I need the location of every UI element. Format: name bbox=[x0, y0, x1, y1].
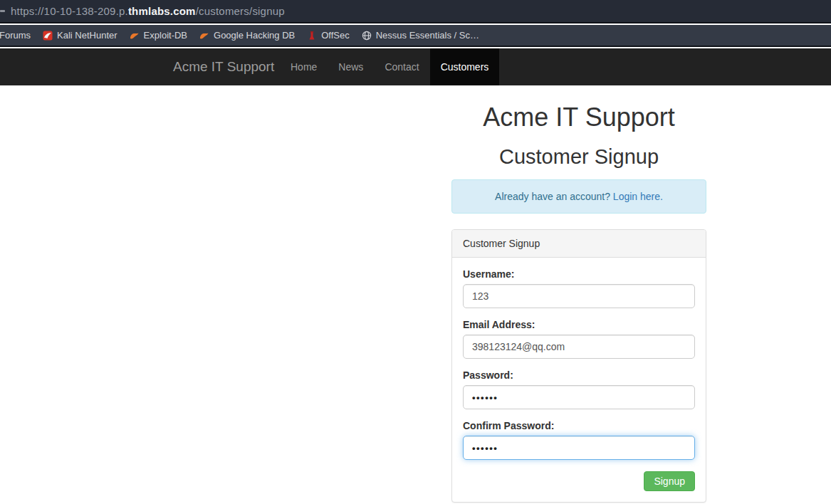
password-input[interactable] bbox=[463, 385, 695, 409]
nav-link-home[interactable]: Home bbox=[280, 48, 328, 85]
username-input[interactable] bbox=[463, 284, 695, 308]
email-label: Email Address: bbox=[463, 319, 695, 330]
page-title: Acme IT Support bbox=[451, 103, 706, 132]
nav-item-contact: Contact bbox=[374, 48, 429, 85]
site-navbar: Acme IT Support Home News Contact Custom… bbox=[0, 48, 831, 85]
nav-item-customers: Customers bbox=[430, 48, 500, 85]
url-bar[interactable]: https://10-10-138-209.p.thmlabs.com/cust… bbox=[0, 0, 831, 23]
confirm-password-label: Confirm Password: bbox=[463, 420, 695, 431]
url-text[interactable]: https://10-10-138-209.p.thmlabs.com/cust… bbox=[11, 5, 285, 17]
login-alert: Already have an account? Login here. bbox=[451, 179, 706, 214]
bookmark-kali-nethunter[interactable]: Kali NetHunter bbox=[43, 30, 117, 41]
offsec-icon bbox=[307, 31, 317, 41]
panel-body: Username: Email Address: Password: Confi… bbox=[452, 258, 706, 502]
url-path: /customers/signup bbox=[196, 5, 285, 17]
bookmark-offsec[interactable]: OffSec bbox=[307, 30, 350, 41]
bookmark-label: Google Hacking DB bbox=[214, 30, 295, 41]
bookmark-forums[interactable]: Forums bbox=[0, 30, 31, 41]
screen: https://10-10-138-209.p.thmlabs.com/cust… bbox=[0, 0, 831, 504]
bookmark-label: Nessus Essentials / Sc… bbox=[376, 30, 479, 41]
bookmark-nessus[interactable]: Nessus Essentials / Sc… bbox=[362, 30, 479, 41]
navbar-links: Home News Contact Customers bbox=[280, 48, 499, 85]
confirm-password-group: Confirm Password: bbox=[463, 420, 695, 460]
bookmark-label: Kali NetHunter bbox=[57, 30, 117, 41]
content-column: Acme IT Support Customer Signup Already … bbox=[451, 85, 706, 503]
password-label: Password: bbox=[463, 369, 695, 381]
bookmark-label: OffSec bbox=[321, 30, 350, 41]
confirm-password-input[interactable] bbox=[463, 436, 695, 460]
page-subtitle: Customer Signup bbox=[451, 146, 706, 169]
nav-link-customers[interactable]: Customers bbox=[430, 48, 500, 85]
email-input[interactable] bbox=[463, 335, 695, 359]
button-row: Signup bbox=[463, 471, 695, 491]
signup-button[interactable]: Signup bbox=[644, 471, 695, 491]
url-domain: thmlabs.com bbox=[128, 5, 196, 17]
exploit-db-icon bbox=[130, 31, 140, 41]
bookmark-exploit-db[interactable]: Exploit-DB bbox=[130, 30, 187, 41]
panel-heading: Customer Signup bbox=[452, 230, 706, 258]
nav-link-contact[interactable]: Contact bbox=[374, 48, 429, 85]
nav-item-home: Home bbox=[280, 48, 328, 85]
bookmark-google-hacking-db[interactable]: Google Hacking DB bbox=[199, 30, 295, 41]
login-link[interactable]: Login here. bbox=[613, 191, 663, 202]
signup-panel: Customer Signup Username: Email Address:… bbox=[451, 229, 706, 503]
alert-text: Already have an account? bbox=[495, 191, 613, 202]
globe-icon bbox=[362, 31, 372, 41]
url-prefix: https://10-10-138-209.p. bbox=[11, 5, 128, 17]
bookmark-label: Exploit-DB bbox=[144, 30, 187, 41]
navbar-brand[interactable]: Acme IT Support bbox=[173, 48, 274, 85]
bookmarks-bar: Forums Kali NetHunter Exploit-DB Google … bbox=[0, 25, 831, 47]
username-group: Username: bbox=[463, 268, 695, 308]
email-group: Email Address: bbox=[463, 319, 695, 359]
nav-item-news: News bbox=[328, 48, 374, 85]
exploit-db-icon bbox=[199, 31, 209, 41]
cropped-toolbar-icon bbox=[0, 10, 5, 12]
kali-nethunter-icon bbox=[43, 31, 53, 41]
password-group: Password: bbox=[463, 369, 695, 409]
bookmark-label: Forums bbox=[0, 30, 31, 41]
nav-link-news[interactable]: News bbox=[328, 48, 374, 85]
username-label: Username: bbox=[463, 268, 695, 280]
